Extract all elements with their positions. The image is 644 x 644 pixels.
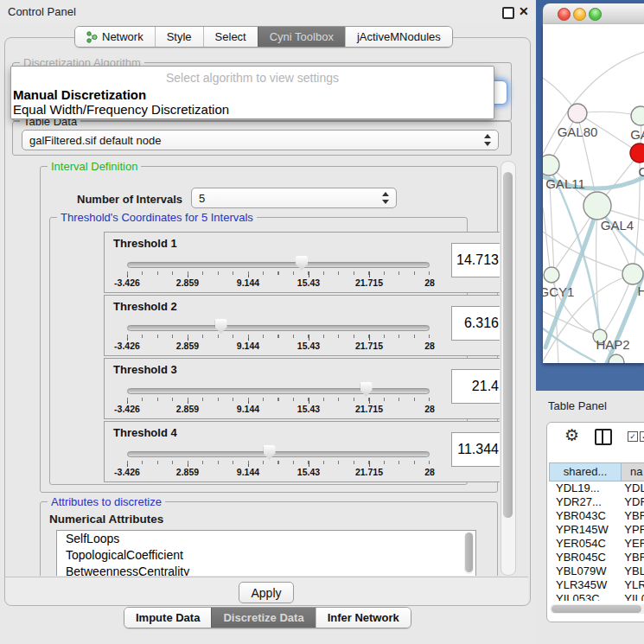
slider-tick-label: 28	[424, 467, 435, 477]
table-row[interactable]: YPR145WYPR1	[549, 523, 644, 537]
network-node-gal4[interactable]	[583, 192, 611, 220]
slider-tick-label: 15.43	[297, 341, 320, 351]
table-horizontal-scrollbar-thumb[interactable]	[552, 605, 641, 613]
threshold-3-slider[interactable]: -3.4262.8599.14415.4321.71528	[127, 386, 430, 416]
slider-thumb[interactable]	[296, 256, 308, 271]
cell-name[interactable]: YPR1	[615, 523, 644, 537]
control-panel-title: Control Panel	[8, 5, 76, 18]
table-row[interactable]: YDL19...YDL1	[549, 481, 644, 495]
threshold-4-value-field[interactable]: 11.344	[451, 432, 500, 467]
table-row[interactable]: YIL053CYIL0	[549, 592, 644, 601]
network-node-c[interactable]	[630, 143, 644, 163]
cell-name[interactable]: YDR2	[615, 495, 644, 509]
tab-discretize-data[interactable]: Discretize Data	[211, 608, 315, 628]
zoom-traffic-light[interactable]	[589, 8, 602, 21]
attribute-list-item[interactable]: TopologicalCoefficient	[57, 547, 475, 564]
thresholds-group: Threshold's Coordinates for 5 Intervals …	[49, 217, 468, 485]
slider-thumb[interactable]	[264, 445, 276, 460]
slider-thumb[interactable]	[215, 319, 227, 334]
algorithm-option-equal-width[interactable]: Equal Width/Frequency Discretization	[13, 102, 229, 117]
table-row[interactable]: YBL079WYBL0	[549, 564, 644, 578]
network-canvas[interactable]: GAL80GACGAL11GAL4GCY1HHAP2	[543, 24, 644, 363]
network-node-gal80[interactable]	[568, 104, 587, 123]
gear-icon[interactable]: ⚙	[564, 425, 579, 445]
cell-name[interactable]: YBL0	[615, 564, 644, 578]
cell-name[interactable]: YBR0	[615, 551, 644, 564]
network-node-ga[interactable]	[631, 106, 644, 125]
cell-name[interactable]: YLR3	[615, 578, 644, 592]
interval-definition-group-title: Interval Definition	[48, 160, 141, 173]
table-data-combo[interactable]: galFiltered.sif default node	[22, 130, 499, 150]
table-row[interactable]: YBR043CYBR0	[549, 509, 644, 523]
minimize-traffic-light[interactable]	[573, 8, 586, 21]
table-row[interactable]: YLR345WYLR3	[549, 578, 644, 592]
attribute-list-item[interactable]: BetweennessCentrality	[57, 564, 475, 576]
algorithm-dropdown-popup: Select algorithm to view settings Manual…	[10, 66, 494, 119]
checkbox-checked-icon[interactable]: ✓	[628, 431, 638, 442]
threshold-2-value-field[interactable]: 6.316	[451, 306, 500, 341]
cell-name[interactable]: YBR0	[615, 509, 644, 523]
settings-scrollbar[interactable]	[501, 161, 516, 576]
cell-shared-name[interactable]: YBL079W	[549, 564, 615, 578]
threshold-3-label: Threshold 3	[113, 363, 177, 376]
cell-shared-name[interactable]: YIL053C	[549, 592, 615, 601]
threshold-3-value-field[interactable]: 21.4	[451, 369, 500, 404]
cell-shared-name[interactable]: YER054C	[549, 537, 615, 551]
algorithm-option-manual[interactable]: Manual Discretization	[13, 87, 146, 102]
slider-tick-label: -3.426	[114, 341, 140, 351]
number-of-intervals-combo[interactable]: 5	[191, 188, 397, 208]
numerical-attributes-list[interactable]: SelfLoopsTopologicalCoefficientBetweenne…	[56, 530, 476, 576]
tab-impute-data[interactable]: Impute Data	[124, 608, 211, 628]
attribute-list-item[interactable]: SelfLoops	[57, 531, 475, 547]
table-row[interactable]: YER054CYER0	[549, 537, 644, 551]
network-node-h[interactable]	[622, 264, 643, 284]
slider-tick-label: 28	[424, 277, 435, 288]
slider-track[interactable]	[127, 262, 430, 268]
cell-shared-name[interactable]: YBR043C	[549, 509, 615, 523]
apply-button[interactable]: Apply	[239, 582, 294, 603]
cell-shared-name[interactable]: YBR045C	[549, 551, 615, 564]
threshold-1-slider[interactable]: -3.4262.8599.14415.4321.71528	[127, 260, 430, 290]
tab-select[interactable]: Select	[203, 27, 258, 47]
threshold-4-label: Threshold 4	[113, 426, 177, 439]
tab-style[interactable]: Style	[155, 27, 203, 47]
cell-name[interactable]: YER0	[615, 537, 644, 551]
cell-shared-name[interactable]: YPR145W	[549, 523, 615, 537]
table-horizontal-scrollbar[interactable]	[550, 604, 644, 614]
close-traffic-light[interactable]	[558, 8, 571, 21]
slider-track[interactable]	[127, 388, 430, 394]
tab-infer-network[interactable]: Infer Network	[316, 608, 411, 628]
table-row[interactable]: YDR27...YDR2	[549, 495, 644, 509]
network-node-gal11[interactable]	[543, 155, 559, 175]
close-icon[interactable]: ✕	[519, 4, 529, 18]
column-header-name[interactable]: na	[622, 462, 644, 481]
slider-thumb[interactable]	[360, 382, 373, 397]
slider-track[interactable]	[127, 325, 430, 331]
table-data-combo-value: galFiltered.sif default node	[29, 134, 161, 147]
split-column-icon[interactable]	[595, 429, 612, 445]
cell-name[interactable]: YDL1	[615, 481, 644, 495]
threshold-4-slider[interactable]: -3.4262.8599.14415.4321.71528	[127, 450, 430, 479]
algorithm-placeholder-option[interactable]: Select algorithm to view settings	[11, 71, 494, 85]
network-edge	[543, 207, 551, 275]
checkbox-checked-icon[interactable]: ✓	[640, 431, 644, 442]
cell-shared-name[interactable]: YDL19...	[549, 481, 615, 495]
table-row[interactable]: YBR045CYBR0	[549, 551, 644, 564]
cell-name[interactable]: YIL0	[615, 592, 644, 601]
table-header-row: shared... na	[549, 462, 644, 481]
threshold-2-slider[interactable]: -3.4262.8599.14415.4321.71528	[127, 323, 430, 353]
cell-shared-name[interactable]: YDR27...	[549, 495, 615, 509]
threshold-1-value-field[interactable]: 14.713	[451, 243, 500, 277]
cell-shared-name[interactable]: YLR345W	[549, 578, 615, 592]
network-node-label: HAP2	[596, 337, 629, 352]
tab-jactivemnodules[interactable]: jActiveMNodules	[345, 27, 452, 47]
attributes-list-scrollbar[interactable]	[464, 532, 474, 574]
network-node-gcy1[interactable]	[544, 267, 559, 283]
slider-track[interactable]	[127, 451, 430, 457]
settings-scrollbar-thumb[interactable]	[503, 172, 513, 518]
column-header-shared-name[interactable]: shared...	[549, 462, 622, 481]
tab-network[interactable]: Network	[75, 27, 155, 47]
float-window-icon[interactable]	[502, 7, 514, 19]
tab-cyni-toolbox[interactable]: Cyni Toolbox	[258, 27, 345, 47]
slider-tick-label: 15.43	[297, 277, 320, 288]
